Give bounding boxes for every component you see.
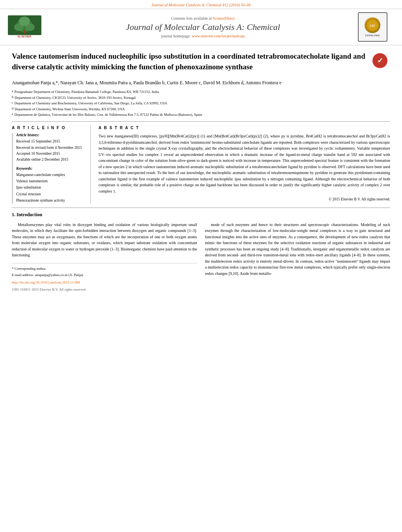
body-content: Metalloenzymes play vital roles in dioxy… (12, 222, 390, 293)
svg-text:CAT: CAT (370, 24, 376, 27)
homepage-text: journal homepage: (161, 34, 191, 38)
footnote-area: * Corresponding author. E-mail address: … (12, 263, 197, 293)
section1-heading: 1. Introduction (12, 212, 390, 218)
abstract-column: A B S T R A C T Two new manganese(III) c… (99, 126, 390, 203)
catalysis-logo-text: CATALYSIS (365, 34, 380, 37)
contents-available: Contents lists available at ScienceDirec… (51, 16, 355, 20)
article-title: Valence tautomerism induced nucleophilic… (12, 51, 367, 72)
catalysis-logo-area: CAT CATALYSIS (355, 12, 390, 42)
article-history-title: Article history: (16, 133, 84, 137)
article-info-abstract: A R T I C L E I N F O Article history: R… (12, 126, 390, 203)
article-info-column: A R T I C L E I N F O Article history: R… (12, 126, 91, 203)
body-right-para1: mode of such enzymes and hence to their … (205, 222, 390, 277)
header-center: Contents lists available at ScienceDirec… (51, 16, 355, 38)
catalysis-logo-box: CAT CATALYSIS (358, 12, 387, 42)
footnote-corresponding: * Corresponding author. (12, 266, 197, 271)
page: Journal of Molecular Catalysis A: Chemic… (0, 0, 402, 532)
received-revised-date: Received in revised form 4 November 2015 (16, 145, 84, 151)
sciencedirect-link[interactable]: ScienceDirect (212, 16, 234, 20)
body-left-para1: Metalloenzymes play vital roles in dioxy… (12, 222, 197, 258)
footnote-email-label: E-mail address: (12, 273, 34, 277)
keyword-3: Ipso substitution (16, 184, 84, 191)
keyword-4: Crystal structure (16, 191, 84, 197)
elsevier-tree-icon: ELSEVIER (8, 15, 41, 38)
keyword-5: Phenoxazinone synthase activity (16, 197, 84, 204)
top-bar: Journal of Molecular Catalysis A: Chemic… (0, 0, 402, 9)
affiliation-e-text: Departament de Química, Universitat de l… (15, 112, 202, 117)
article-history-box: Article history: Received 15 September 2… (12, 133, 84, 203)
contents-text: Contents lists available at (171, 16, 211, 20)
accepted-date: Accepted 10 November 2015 (16, 151, 84, 157)
issn-text: 1381-1169/© 2015 Elsevier B.V. All right… (12, 287, 197, 292)
affiliations: aPostgraduate Department of Chemistry, P… (12, 89, 390, 117)
keyword-2: Valence tautomerism (16, 178, 84, 184)
keywords-title: Keywords: (16, 167, 84, 171)
article-title-section: Valence tautomerism induced nucleophilic… (12, 51, 390, 75)
abstract-text: Two new manganese(III) complexes, [pyH][… (99, 133, 390, 194)
affiliation-b: bDepartment of Chemistry, CICECO, Univer… (12, 95, 390, 100)
abstract-heading: A B S T R A C T (99, 126, 390, 130)
affiliation-b-text: Department of Chemistry, CICECO, Univers… (15, 95, 136, 100)
footnote-email-address: anupanja@yahoo.co.in (A. Panja). (35, 273, 84, 277)
affiliation-d-text: Department of Chemistry, Wichita State U… (15, 106, 125, 112)
keywords-list: Manganese-catecholate complex Valence ta… (16, 172, 84, 204)
footnote-email: E-mail address: anupanja@yahoo.co.in (A.… (12, 272, 197, 278)
body-left-text: Metalloenzymes play vital roles in dioxy… (12, 222, 197, 258)
affiliation-a-text: Postgraduate Department of Chemistry, Pa… (15, 89, 159, 95)
available-online-date: Available online 2 December 2015 (16, 157, 84, 163)
header-section: ELSEVIER Contents lists available at Sci… (0, 9, 402, 45)
affiliation-d: dDepartment of Chemistry, Wichita State … (12, 106, 390, 112)
crossmark[interactable]: ✓ (372, 53, 390, 68)
doi-url[interactable]: http://dx.doi.org/10.1016/j.molcata.2015… (12, 280, 80, 284)
keywords-section: Keywords: Manganese-catecholate complex … (16, 167, 84, 204)
article-history: Article history: Received 15 September 2… (16, 133, 84, 163)
divider-1 (12, 121, 390, 122)
body-right-text: mode of such enzymes and hence to their … (205, 222, 390, 277)
doi-link[interactable]: http://dx.doi.org/10.1016/j.molcata.2015… (12, 280, 197, 285)
copyright-notice: © 2015 Elsevier B.V. All rights reserved… (99, 197, 390, 201)
received-date: Received 15 September 2015 (16, 139, 84, 145)
homepage-link-area: journal homepage: www.elsevier.com/locat… (51, 34, 355, 38)
affiliation-a: aPostgraduate Department of Chemistry, P… (12, 89, 390, 95)
catalysis-circle-icon: CAT (365, 17, 380, 33)
affiliation-c: cDepartment of Chemistry and Biochemistr… (12, 100, 390, 106)
keyword-1: Manganese-catecholate complex (16, 172, 84, 178)
journal-reference: Journal of Molecular Catalysis A: Chemic… (151, 3, 251, 7)
article-body: Valence tautomerism induced nucleophilic… (0, 45, 402, 299)
svg-text:✓: ✓ (377, 57, 383, 65)
crossmark-icon[interactable]: ✓ (372, 53, 387, 68)
svg-text:ELSEVIER: ELSEVIER (18, 35, 32, 38)
journal-title: Journal of Molecular Catalysis A: Chemic… (51, 22, 355, 32)
article-info-heading: A R T I C L E I N F O (12, 126, 84, 130)
divider-2 (12, 208, 390, 208)
affiliation-e: eDepartament de Química, Universitat de … (12, 112, 390, 117)
svg-point-4 (19, 17, 30, 26)
body-right-column: mode of such enzymes and hence to their … (205, 222, 390, 293)
body-left-column: Metalloenzymes play vital roles in dioxy… (12, 222, 197, 293)
authors-line: Anangamohan Panja a,*, Narayan Ch. Jana … (12, 79, 390, 87)
svg-rect-5 (24, 30, 25, 33)
homepage-url[interactable]: www.elsevier.com/locate/molcata (192, 34, 245, 38)
elsevier-logo: ELSEVIER (8, 15, 51, 39)
affiliation-c-text: Department of Chemistry and Biochemistry… (15, 100, 168, 106)
